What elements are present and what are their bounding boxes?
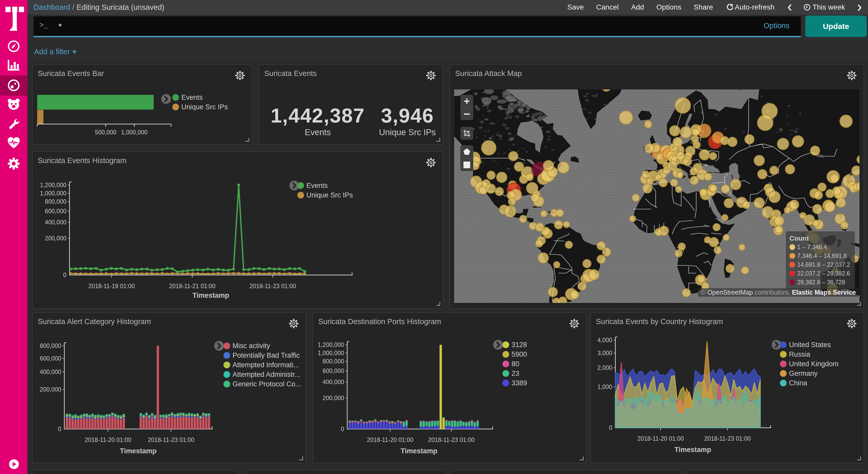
svg-text:Events: Events [181, 94, 203, 101]
svg-text:200,000: 200,000 [323, 395, 344, 402]
svg-text:2018-11-23 01:00: 2018-11-23 01:00 [428, 437, 474, 443]
svg-text:1 – 7,346.4: 1 – 7,346.4 [797, 244, 827, 250]
svg-text:2,000: 2,000 [597, 364, 612, 371]
svg-text:Germany: Germany [789, 369, 818, 377]
svg-text:400,000: 400,000 [40, 368, 61, 375]
svg-text:Events: Events [306, 182, 328, 189]
svg-text:Timestamp: Timestamp [401, 447, 437, 455]
svg-text:400,000: 400,000 [323, 379, 344, 385]
svg-text:China: China [789, 379, 808, 387]
svg-text:1,200,000: 1,200,000 [40, 182, 66, 188]
svg-text:2018-11-20 01:00: 2018-11-20 01:00 [85, 437, 131, 443]
svg-text:1,000,000: 1,000,000 [121, 129, 148, 136]
svg-text:23: 23 [512, 369, 519, 377]
svg-text:Unique Src IPs: Unique Src IPs [306, 191, 353, 199]
svg-text:Generic Protocol Co...: Generic Protocol Co... [232, 380, 301, 388]
svg-text:29,382.6 – 36,728: 29,382.6 – 36,728 [797, 279, 845, 285]
svg-text:800,000: 800,000 [40, 343, 61, 349]
svg-text:600,000: 600,000 [45, 208, 66, 214]
svg-text:United States: United States [789, 341, 831, 349]
svg-text:80: 80 [512, 360, 519, 368]
svg-text:2018-11-20 01:00: 2018-11-20 01:00 [637, 435, 684, 442]
svg-text:200,000: 200,000 [40, 386, 61, 393]
svg-text:600,000: 600,000 [323, 367, 344, 374]
svg-text:1,000,000: 1,000,000 [40, 190, 66, 197]
svg-text:1,000,000: 1,000,000 [318, 350, 344, 356]
svg-text:2018-11-20 01:00: 2018-11-20 01:00 [367, 437, 413, 443]
svg-text:0: 0 [341, 426, 344, 433]
svg-text:Timestamp: Timestamp [192, 292, 229, 299]
svg-text:3128: 3128 [512, 341, 527, 349]
svg-text:United Kingdom: United Kingdom [789, 360, 839, 368]
svg-text:Misc activity: Misc activity [232, 342, 270, 350]
svg-text:3,000: 3,000 [597, 350, 612, 356]
svg-text:800,000: 800,000 [45, 198, 66, 205]
svg-text:400,000: 400,000 [45, 219, 66, 226]
svg-text:Attempted Administr...: Attempted Administr... [232, 371, 301, 378]
svg-text:2018-11-19 01:00: 2018-11-19 01:00 [88, 283, 135, 290]
svg-text:Timestamp: Timestamp [120, 447, 157, 455]
svg-text:800,000: 800,000 [323, 358, 344, 365]
svg-text:Russia: Russia [789, 351, 811, 358]
svg-text:2018-11-23 01:00: 2018-11-23 01:00 [704, 435, 751, 442]
svg-text:Unique Src IPs: Unique Src IPs [181, 103, 228, 111]
svg-text:0: 0 [609, 424, 612, 431]
svg-text:1,200,000: 1,200,000 [318, 342, 344, 348]
svg-text:0: 0 [58, 426, 61, 433]
svg-text:1,000: 1,000 [597, 384, 612, 390]
svg-text:Attempted Informati...: Attempted Informati... [232, 361, 299, 369]
svg-text:2018-11-21 01:00: 2018-11-21 01:00 [169, 283, 215, 290]
svg-text:Timestamp: Timestamp [675, 446, 711, 453]
svg-text:7,346.4 – 14,691.8: 7,346.4 – 14,691.8 [797, 253, 847, 259]
svg-text:Potentially Bad Traffic: Potentially Bad Traffic [232, 352, 300, 359]
svg-text:14,691.8 – 22,037.2: 14,691.8 – 22,037.2 [797, 261, 850, 268]
svg-text:5900: 5900 [512, 351, 527, 358]
svg-text:500,000: 500,000 [95, 129, 116, 136]
svg-text:600,000: 600,000 [40, 355, 61, 362]
svg-text:3389: 3389 [512, 379, 527, 387]
svg-text:2018-11-23 01:00: 2018-11-23 01:00 [148, 437, 194, 443]
svg-text:0: 0 [63, 272, 66, 278]
svg-text:2018-11-23 01:00: 2018-11-23 01:00 [250, 283, 296, 290]
svg-text:22,037.2 – 29,382.6: 22,037.2 – 29,382.6 [797, 270, 850, 277]
svg-text:200,000: 200,000 [45, 235, 66, 242]
svg-text:4,000: 4,000 [597, 337, 612, 344]
